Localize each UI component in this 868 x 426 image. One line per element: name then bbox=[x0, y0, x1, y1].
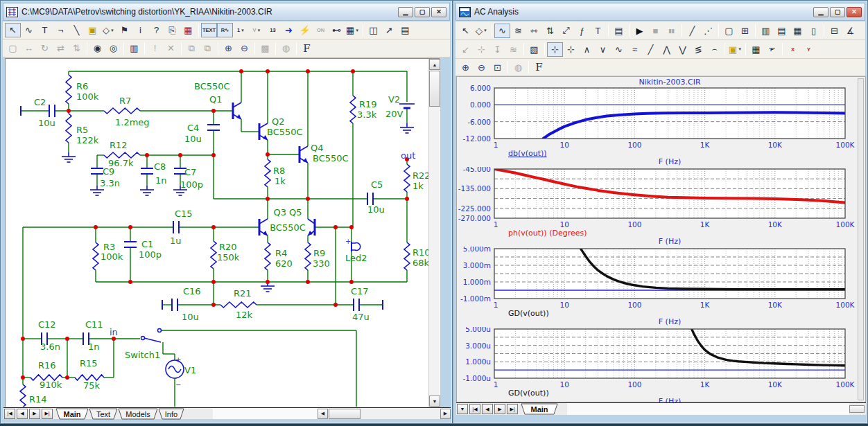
scroll-down-button[interactable]: ▼ bbox=[429, 396, 440, 407]
label-c16-v[interactable]: 10u bbox=[182, 312, 199, 322]
label-plus[interactable]: + bbox=[175, 356, 181, 364]
component-mode-button[interactable]: ▣ bbox=[85, 23, 101, 37]
link-mode-button[interactable]: ⎘ bbox=[164, 23, 180, 37]
go-to-performance-button[interactable]: 'P' bbox=[764, 42, 780, 57]
horizontal-split-button[interactable]: ⊟ bbox=[826, 24, 842, 38]
shape-picker-button[interactable]: ◇▼ bbox=[101, 23, 116, 37]
grid-both-button[interactable]: ▦ bbox=[790, 24, 806, 38]
label-r10-n[interactable]: R10 bbox=[413, 247, 429, 258]
schematic-canvas-area[interactable]: C210uR6100kR5122kR71.2megR1296.7kC93.3nC… bbox=[5, 58, 440, 407]
label-r9-v[interactable]: 330 bbox=[313, 258, 330, 269]
label-c7-v[interactable]: 100p bbox=[180, 179, 203, 190]
label-r5-v[interactable]: 122k bbox=[76, 135, 99, 145]
label-c17-v[interactable]: 47u bbox=[352, 312, 370, 322]
x-axis-scale-button[interactable]: X bbox=[785, 42, 801, 57]
maximize-button[interactable]: ▢ bbox=[415, 7, 430, 17]
hscroll-thumb[interactable] bbox=[329, 409, 361, 419]
label-r4-n[interactable]: R4 bbox=[275, 248, 287, 258]
label-r8-n[interactable]: R8 bbox=[273, 166, 285, 176]
zoom-out-button[interactable]: ⊖ bbox=[474, 60, 489, 75]
pin-connections-toggle-button[interactable]: ⊷ bbox=[329, 23, 345, 37]
line-mode-button[interactable]: ╲ bbox=[69, 23, 85, 37]
label-r21-v[interactable]: 12k bbox=[236, 310, 253, 320]
label-q4-n[interactable]: Q4 bbox=[311, 143, 324, 153]
ortho-wire-mode-button[interactable]: ¬ bbox=[53, 23, 69, 37]
trace-label[interactable]: db(v(out)) bbox=[508, 149, 547, 158]
mini-scrollbar-stub[interactable] bbox=[849, 405, 865, 413]
polyline-mode-button[interactable]: ⋰ bbox=[700, 24, 716, 38]
label-r22-v[interactable]: 1k bbox=[413, 181, 424, 191]
page-first-button[interactable]: |◀ bbox=[469, 404, 480, 414]
peak-button[interactable]: ∧ bbox=[579, 42, 595, 57]
label-q2-m[interactable]: BC550C bbox=[267, 127, 303, 137]
scroll-up-button[interactable]: ▲ bbox=[429, 59, 440, 70]
label-r6-v[interactable]: 100k bbox=[76, 91, 99, 102]
paste-picture-button[interactable]: ⧉ bbox=[200, 41, 216, 55]
label-c4-n[interactable]: C4 bbox=[187, 123, 199, 133]
label-r12-n[interactable]: R12 bbox=[110, 140, 128, 150]
line-mode-button[interactable]: ╱ bbox=[684, 24, 700, 38]
page-prev-button[interactable]: ◀ bbox=[482, 404, 493, 414]
find-button[interactable]: ◉ bbox=[89, 41, 105, 55]
scroll-left-button[interactable]: ◀ bbox=[318, 409, 328, 419]
find-next-button[interactable]: ◎ bbox=[105, 41, 121, 55]
numeric-output-button[interactable]: ▦ bbox=[748, 42, 764, 57]
zoom-box-button[interactable]: ⊡ bbox=[489, 60, 505, 75]
flip-y-button[interactable]: ⇅ bbox=[69, 41, 85, 55]
schematic-canvas[interactable]: C210uR6100kR5122kR71.2megR1296.7kC93.3nC… bbox=[6, 59, 429, 407]
pause-button[interactable]: ▮▮ bbox=[663, 24, 679, 38]
grid-horizontal-button[interactable]: ▤ bbox=[774, 24, 790, 38]
label-r20-v[interactable]: 150k bbox=[217, 252, 240, 263]
label-r3-n[interactable]: R3 bbox=[103, 242, 115, 252]
rotate-button[interactable]: ↻ bbox=[37, 41, 53, 55]
zoom-out-button[interactable]: ⊖ bbox=[236, 41, 252, 55]
condition-toggle-button[interactable]: ON bbox=[313, 23, 329, 37]
label-r7-n[interactable]: R7 bbox=[119, 96, 131, 106]
clear-errors-button[interactable]: ✕ bbox=[163, 41, 179, 55]
minimize-button[interactable]: ▁ bbox=[813, 7, 828, 17]
trace-label[interactable]: ph(v(out)) (Degrees) bbox=[508, 229, 587, 238]
pin-numbers-toggle-button[interactable]: 1▼ bbox=[233, 23, 249, 37]
label-node_out[interactable]: out bbox=[401, 150, 415, 161]
high-button[interactable]: ∿ bbox=[611, 42, 627, 57]
page-next-button[interactable]: ▶ bbox=[494, 404, 505, 414]
label-q4-m[interactable]: BC550C bbox=[313, 153, 349, 163]
trace-label[interactable]: GD(v(out)) bbox=[508, 309, 549, 318]
label-r20-n[interactable]: R20 bbox=[219, 242, 237, 252]
y-range-button[interactable]: ⇅ bbox=[542, 24, 558, 38]
label-c11-v[interactable]: 1n bbox=[88, 341, 100, 352]
tag-left-button[interactable]: ↙ bbox=[458, 42, 474, 57]
attribute-text-toggle-button[interactable]: R∿ bbox=[217, 23, 233, 37]
label-q2-n[interactable]: Q2 bbox=[272, 116, 285, 127]
stop-button[interactable]: ■ bbox=[648, 24, 663, 38]
top-bottom-button[interactable]: ⌢ bbox=[706, 42, 722, 57]
globe-button[interactable]: ◍ bbox=[510, 60, 526, 75]
plot-combo-button[interactable]: ▼ bbox=[457, 404, 468, 414]
global-high-button[interactable]: ⋀ bbox=[659, 42, 675, 57]
label-plus[interactable]: + bbox=[345, 238, 351, 245]
label-c8-n[interactable]: C8 bbox=[154, 161, 166, 172]
analysis-limits-button[interactable]: ∿ bbox=[494, 24, 510, 38]
font-button[interactable]: F bbox=[531, 60, 547, 75]
label-c15-n[interactable]: C15 bbox=[175, 208, 193, 219]
label-v2-n[interactable]: V2 bbox=[388, 94, 400, 105]
label-c2-n[interactable]: C2 bbox=[34, 97, 46, 107]
label-r10-v[interactable]: 68k bbox=[413, 258, 429, 268]
run-button[interactable]: ▶ bbox=[632, 24, 648, 38]
next-data-point-button[interactable]: ⊹ bbox=[563, 42, 579, 57]
label-r8-v[interactable]: 1k bbox=[275, 176, 286, 186]
page-next-button[interactable]: ▶ bbox=[29, 409, 40, 419]
box-select-button[interactable]: ▢ bbox=[5, 41, 21, 55]
page-first-button[interactable]: |◀ bbox=[4, 409, 15, 419]
label-q35-m[interactable]: BC550C bbox=[270, 222, 306, 233]
help-mode-button[interactable]: ? bbox=[148, 23, 164, 37]
label-r19-n[interactable]: R19 bbox=[359, 99, 377, 109]
label-r14-n[interactable]: R14 bbox=[29, 394, 47, 405]
info-mode-button[interactable]: i bbox=[132, 23, 148, 37]
trace-label[interactable]: GD(v(out)) bbox=[508, 389, 549, 398]
inflection-button[interactable]: ╱ bbox=[643, 42, 659, 57]
minimize-button[interactable]: ▁ bbox=[398, 7, 413, 17]
copy-picture-button[interactable]: ⧉ bbox=[184, 41, 200, 55]
horizontal-scrollbar[interactable]: ◀ ▶ bbox=[318, 409, 451, 419]
text-mode-button[interactable]: T bbox=[37, 23, 53, 37]
